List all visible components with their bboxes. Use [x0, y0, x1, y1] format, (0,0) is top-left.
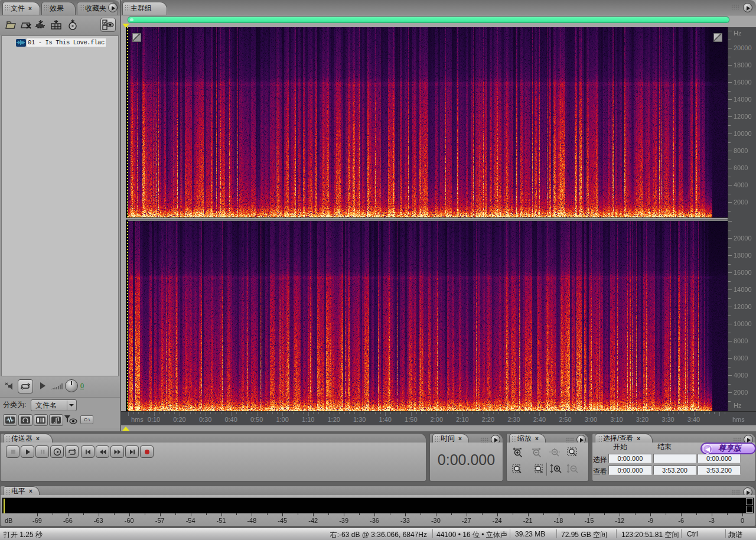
zoom-out-horizontal-button[interactable] [530, 446, 545, 459]
preview-loop-button[interactable] [18, 379, 33, 393]
preview-volume-value[interactable]: 0 [80, 382, 84, 389]
files-panel-menu-button[interactable] [108, 3, 118, 12]
fast-forward-button[interactable] [110, 445, 124, 458]
level-meter[interactable] [2, 497, 754, 513]
timeline-tick [498, 412, 499, 414]
zoom-to-selection-button[interactable] [565, 446, 581, 459]
time-display[interactable]: 0:00.000 [429, 451, 503, 469]
zoom-in-horizontal-button[interactable] [511, 446, 526, 459]
zoom-in-vertical-button[interactable] [549, 463, 564, 476]
play-button[interactable] [21, 445, 34, 458]
filter-toggle-button[interactable] [63, 414, 79, 426]
zoom-out-full-button[interactable] [548, 446, 563, 459]
sort-by-select[interactable]: 文件名 [31, 399, 77, 411]
show-video-files-button[interactable] [34, 414, 48, 426]
selection-start-field[interactable]: 0:00.000 [608, 454, 652, 463]
tab-time[interactable]: 时间 × [432, 434, 469, 443]
freq-tick [728, 74, 731, 74]
tab-time-close-icon[interactable]: × [458, 435, 462, 442]
db-tick-minor [328, 513, 329, 515]
tab-transport-close-icon[interactable]: × [36, 435, 40, 442]
db-label: -48 [247, 517, 256, 524]
timeline-tick [683, 412, 684, 414]
selection-start-marker-bottom[interactable] [122, 427, 129, 431]
file-list-item[interactable]: 01 - Is This Love.flac [16, 38, 106, 47]
timeline-tick [637, 412, 638, 414]
show-midi-files-button[interactable] [49, 414, 63, 426]
timeline-tick [535, 412, 535, 414]
timeline-unit-label: hms [732, 416, 745, 423]
timeline-tick [647, 412, 648, 414]
tab-files-close-icon[interactable]: × [28, 5, 32, 12]
timeline-tick [318, 412, 319, 414]
go-to-end-button[interactable] [125, 445, 139, 458]
play-from-cursor-button[interactable] [50, 445, 64, 458]
timeline-tick [396, 412, 396, 414]
db-tick [252, 513, 252, 516]
insert-into-multitrack-button[interactable] [34, 19, 47, 31]
selection-end-field[interactable] [653, 454, 696, 463]
show-loop-files-button[interactable] [18, 414, 32, 426]
timeline-tick [581, 412, 581, 414]
tab-zoom[interactable]: 缩放 × [509, 434, 546, 443]
timeline-tick [643, 412, 643, 416]
insert-into-cd-button[interactable] [50, 19, 63, 31]
freq-label: 6000 [734, 354, 748, 362]
close-file-button[interactable] [19, 19, 32, 31]
zoom-to-selection-right-button[interactable] [530, 463, 545, 476]
import-file-button[interactable] [5, 19, 18, 31]
main-panel-menu-button[interactable] [743, 3, 752, 12]
zoom-to-selection-left-button[interactable] [511, 463, 526, 476]
timeline-tick [375, 412, 376, 414]
play-looped-button[interactable] [65, 445, 79, 458]
tab-selection-view-close-icon[interactable]: × [637, 435, 640, 442]
sort-dropdown-arrow-icon[interactable] [67, 401, 76, 410]
rewind-button[interactable] [96, 445, 109, 458]
view-length-field[interactable]: 3:53.200 [698, 466, 741, 475]
go-to-beginning-button[interactable] [81, 445, 94, 458]
timeline-label: 1:30 [353, 416, 366, 423]
burn-cd-button[interactable] [66, 19, 79, 31]
clip-indicator-right[interactable] [746, 506, 753, 513]
status-file-size: 39.23 MB [515, 530, 545, 538]
tab-effects[interactable]: 效果 [41, 2, 76, 15]
status-open-time: 打开 1.25 秒 [4, 530, 43, 540]
freq-tick [728, 151, 732, 151]
zoom-out-vertical-button[interactable] [565, 463, 581, 476]
spectral-handle-right-icon[interactable] [713, 33, 722, 42]
freq-tick [728, 31, 732, 31]
tab-transport[interactable]: 传送器 × [3, 434, 53, 443]
timeline-tick [678, 412, 679, 414]
spectral-handle-left-icon[interactable] [132, 33, 141, 42]
vip-badge[interactable]: 尊享版 [700, 443, 756, 454]
preview-speaker-icon[interactable] [4, 381, 15, 392]
view-end-field[interactable]: 3:53.200 [653, 466, 696, 475]
db-tick [191, 513, 191, 516]
record-button[interactable] [140, 445, 154, 458]
file-list[interactable]: 01 - Is This Love.flac [1, 35, 119, 376]
view-start-field[interactable]: 0:00.000 [608, 466, 652, 475]
preview-volume-knob[interactable] [65, 379, 78, 392]
tab-files[interactable]: 文件 × [2, 2, 40, 15]
selection-length-field[interactable]: 0:00.000 [698, 454, 741, 463]
pause-button[interactable] [35, 445, 49, 458]
preview-volume-icon[interactable] [51, 382, 64, 390]
preview-play-icon[interactable] [39, 382, 46, 390]
channel-divider[interactable] [126, 217, 728, 220]
stop-button[interactable] [6, 445, 19, 458]
cd-drive-button[interactable]: C:\ [80, 415, 93, 424]
tab-main-group[interactable]: 主群组 [122, 2, 167, 15]
horizontal-scrollbar[interactable] [128, 17, 729, 23]
timeline-label: 1:40 [379, 416, 391, 423]
show-audio-files-button[interactable] [3, 414, 17, 426]
freq-label: 8000 [734, 147, 748, 154]
tab-levels-close-icon[interactable]: × [29, 488, 32, 495]
tab-zoom-close-icon[interactable]: × [535, 435, 539, 442]
clip-indicator-left[interactable] [746, 498, 753, 505]
selection-row-label: 选择 [593, 455, 607, 465]
frequency-ruler[interactable]: 2000018000160001400012000100008000600040… [728, 27, 756, 411]
timeline-ruler[interactable]: 0:100:200:300:400:501:001:101:201:301:40… [121, 411, 756, 425]
tab-levels[interactable]: 电平 × [3, 486, 40, 496]
show-options-toggle[interactable] [100, 18, 116, 32]
freq-tick [728, 350, 731, 350]
